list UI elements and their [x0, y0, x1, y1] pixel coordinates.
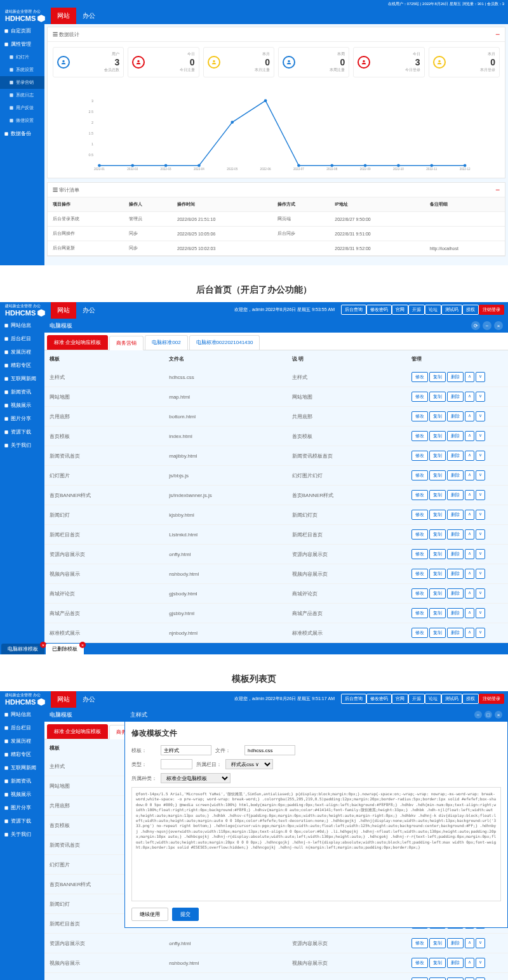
- tab[interactable]: 电脑标准002: [145, 335, 187, 350]
- header-tab-网站[interactable]: 网站: [51, 302, 76, 319]
- sidebar-item[interactable]: 互联网新闻: [0, 761, 44, 774]
- collapse-icon[interactable]: −: [495, 185, 500, 194]
- sidebar-item[interactable]: 用户反馈: [0, 102, 44, 114]
- header-btn[interactable]: 后台查询: [341, 694, 366, 704]
- action-修改[interactable]: 修改: [411, 569, 428, 579]
- header-tab-网站[interactable]: 网站: [51, 691, 76, 708]
- submit-button[interactable]: 提交: [172, 908, 199, 921]
- sidebar-item[interactable]: 数据备份: [0, 127, 44, 140]
- down-icon[interactable]: ∨: [476, 470, 485, 480]
- action-复制[interactable]: 复制: [429, 411, 446, 421]
- action-修改[interactable]: 修改: [411, 451, 428, 461]
- action-修改[interactable]: 修改: [411, 529, 428, 540]
- close-icon[interactable]: ×: [79, 642, 86, 648]
- up-icon[interactable]: ∧: [465, 372, 474, 382]
- down-icon[interactable]: ∨: [476, 628, 485, 638]
- action-修改[interactable]: 修改: [411, 392, 428, 402]
- action-修改[interactable]: 修改: [411, 588, 428, 599]
- file-name-input[interactable]: [244, 745, 295, 755]
- up-icon[interactable]: ∧: [465, 431, 474, 441]
- action-修改[interactable]: 修改: [411, 628, 428, 638]
- tab[interactable]: 标准 企业站响应模板: [47, 724, 108, 739]
- action-修改[interactable]: 修改: [411, 608, 428, 618]
- down-icon[interactable]: ∨: [476, 588, 485, 599]
- down-icon[interactable]: ∨: [476, 431, 485, 441]
- sidebar-item[interactable]: 图片分享: [0, 801, 44, 814]
- action-复制[interactable]: 复制: [429, 628, 446, 638]
- action-修改[interactable]: 修改: [411, 510, 428, 520]
- action-删除[interactable]: 删除: [447, 510, 464, 520]
- header-btn[interactable]: 开源: [408, 694, 425, 704]
- header-btn[interactable]: 测试码: [441, 305, 462, 315]
- up-icon[interactable]: ∧: [465, 490, 474, 500]
- action-删除[interactable]: 删除: [447, 372, 464, 382]
- footer-tab[interactable]: 电脑标准模板×: [1, 644, 44, 654]
- up-icon[interactable]: ∧: [465, 392, 474, 402]
- action-复制[interactable]: 复制: [429, 451, 446, 461]
- sidebar-item[interactable]: 网站信息: [0, 708, 44, 721]
- action-删除[interactable]: 删除: [447, 490, 464, 500]
- sidebar-item[interactable]: 精彩专区: [0, 359, 44, 372]
- header-btn[interactable]: 注销登录: [479, 305, 504, 315]
- sidebar-item[interactable]: 视频展示: [0, 788, 44, 801]
- header-btn[interactable]: 注销登录: [479, 694, 504, 704]
- header-btn[interactable]: 官网: [392, 694, 408, 704]
- down-icon[interactable]: ∨: [476, 938, 485, 948]
- down-icon[interactable]: ∨: [476, 490, 485, 500]
- action-删除[interactable]: 删除: [447, 569, 464, 579]
- up-icon[interactable]: ∧: [465, 510, 474, 520]
- action-删除[interactable]: 删除: [447, 549, 464, 559]
- sidebar-item[interactable]: 关于我们: [0, 439, 44, 452]
- sidebar-item[interactable]: 新闻资讯: [0, 385, 44, 399]
- down-icon[interactable]: ∨: [476, 529, 485, 540]
- action-复制[interactable]: 复制: [429, 372, 446, 382]
- maximize-icon[interactable]: □: [485, 711, 492, 718]
- sidebar-item[interactable]: 属性管理: [0, 37, 44, 51]
- action-删除[interactable]: 删除: [447, 608, 464, 618]
- refresh-icon[interactable]: ⟳: [471, 321, 480, 330]
- up-icon[interactable]: ∧: [465, 411, 474, 421]
- sidebar-item[interactable]: 网站信息: [0, 319, 44, 332]
- action-修改[interactable]: 修改: [411, 470, 428, 480]
- up-icon[interactable]: ∧: [465, 628, 474, 638]
- action-修改[interactable]: 修改: [411, 938, 428, 948]
- down-icon[interactable]: ∨: [476, 392, 485, 402]
- action-删除[interactable]: 删除: [447, 411, 464, 421]
- up-icon[interactable]: ∧: [465, 451, 474, 461]
- action-复制[interactable]: 复制: [429, 958, 446, 968]
- tab[interactable]: 电脑标准0022021041430: [189, 335, 260, 350]
- action-复制[interactable]: 复制: [429, 549, 446, 559]
- down-icon[interactable]: ∨: [476, 411, 485, 421]
- sidebar-item[interactable]: 系统日志: [0, 89, 44, 102]
- minimize-icon[interactable]: −: [483, 321, 491, 330]
- action-修改[interactable]: 修改: [411, 977, 428, 980]
- action-修改[interactable]: 修改: [411, 411, 428, 421]
- action-复制[interactable]: 复制: [429, 608, 446, 618]
- action-删除[interactable]: 删除: [447, 938, 464, 948]
- down-icon[interactable]: ∨: [476, 608, 485, 618]
- action-删除[interactable]: 删除: [447, 392, 464, 402]
- action-修改[interactable]: 修改: [411, 958, 428, 968]
- action-复制[interactable]: 复制: [429, 431, 446, 441]
- up-icon[interactable]: ∧: [465, 588, 474, 599]
- sidebar-item[interactable]: 资源下载: [0, 814, 44, 828]
- header-btn[interactable]: 修改密码: [366, 305, 392, 315]
- up-icon[interactable]: ∧: [465, 958, 474, 968]
- action-复制[interactable]: 复制: [429, 977, 446, 980]
- sidebar-item[interactable]: 资源下载: [0, 425, 44, 439]
- up-icon[interactable]: ∧: [465, 549, 474, 559]
- sidebar-item[interactable]: 新闻资讯: [0, 774, 44, 788]
- up-icon[interactable]: ∧: [465, 977, 474, 980]
- action-修改[interactable]: 修改: [411, 431, 428, 441]
- sidebar-item[interactable]: 微信设置: [0, 114, 44, 127]
- action-修改[interactable]: 修改: [411, 549, 428, 559]
- sidebar-item[interactable]: 幻灯片: [0, 51, 44, 63]
- continue-button[interactable]: 继续使用: [131, 908, 168, 921]
- sidebar-item[interactable]: 登录营销: [0, 76, 44, 89]
- footer-tab[interactable]: 已删除模板×: [46, 644, 84, 654]
- down-icon[interactable]: ∨: [476, 958, 485, 968]
- sidebar-item[interactable]: 后台栏目: [0, 332, 44, 345]
- up-icon[interactable]: ∧: [465, 569, 474, 579]
- down-icon[interactable]: ∨: [476, 549, 485, 559]
- action-复制[interactable]: 复制: [429, 490, 446, 500]
